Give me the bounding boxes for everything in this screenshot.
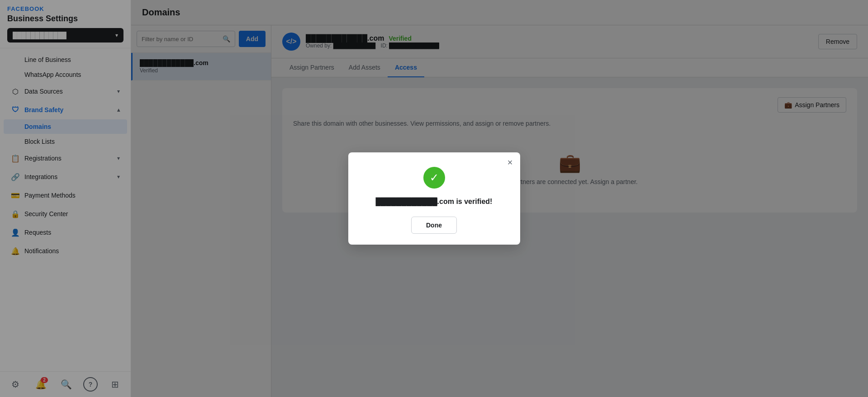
modal-close-button[interactable]: × xyxy=(508,158,513,167)
modal-domain-name: ████████████ xyxy=(376,198,437,205)
modal-success-icon: ✓ xyxy=(423,167,445,189)
verification-modal: × ✓ ████████████.com is verified! Done xyxy=(348,152,520,245)
modal-title: ████████████.com is verified! xyxy=(359,198,509,206)
modal-done-button[interactable]: Done xyxy=(411,217,457,234)
modal-overlay[interactable]: × ✓ ████████████.com is verified! Done xyxy=(0,0,868,397)
